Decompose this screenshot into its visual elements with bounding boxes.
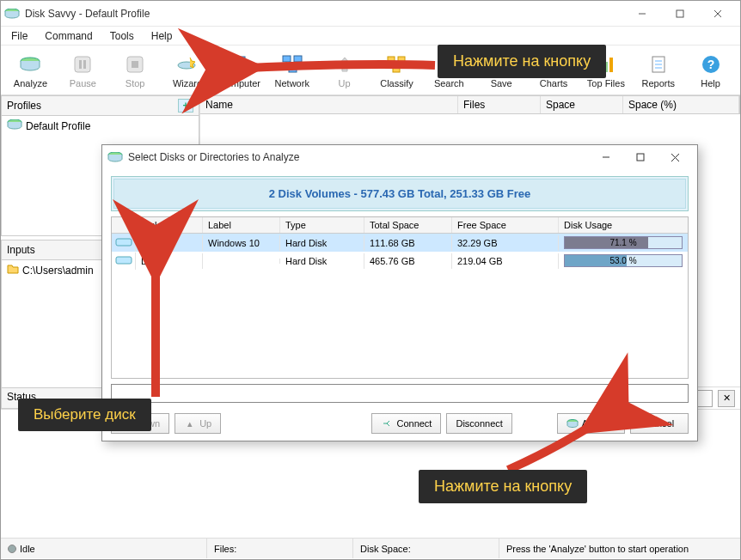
callout-top: Нажмите на кнопку [438,45,606,78]
app-icon [4,6,20,21]
svg-rect-7 [79,60,82,69]
col-name[interactable]: Name [200,96,458,113]
svg-text:?: ? [707,58,714,71]
disk-row[interactable]: D:\ Hard Disk 465.76 GB 219.04 GB 53.0 % [112,252,688,270]
path-input[interactable] [111,384,689,403]
status-dot-icon [8,545,16,553]
col-disk[interactable]: Disk [136,217,203,233]
profiles-header: Profiles + [1,95,199,116]
svg-rect-16 [294,56,302,62]
analyze-icon [18,52,42,76]
menubar: File Command Tools Help [1,27,740,46]
toolbar: Analyze Pause Stop Wizard Computer Netwo… [1,46,740,95]
up-button[interactable]: Up [318,47,370,93]
footer-idle: Idle [20,544,35,554]
col-freespace[interactable]: Free Space [452,217,559,233]
disk-row[interactable]: C:\ Windows 10 Hard Disk 111.68 GB 32.29… [112,234,688,252]
col-space[interactable]: Space [541,96,623,113]
menu-command[interactable]: Command [38,28,99,44]
dialog-maximize-button[interactable] [623,147,658,167]
callout-left: Выберите диск [18,399,151,431]
help-icon: ? [699,52,723,76]
svg-rect-19 [398,57,405,64]
dialog-close-button[interactable] [658,147,692,167]
dialog-body: 2 Disk Volumes - 577.43 GB Total, 251.33… [102,169,697,406]
menu-help[interactable]: Help [144,28,180,44]
footer-diskspace: Disk Space: [353,539,499,558]
connect-button[interactable]: Connect [371,413,441,434]
col-label[interactable]: Label [203,217,280,233]
menu-file[interactable]: File [4,28,34,44]
connect-icon [381,417,393,429]
pause-icon [70,52,95,76]
col-spacepct[interactable]: Space (%) [623,96,739,113]
reports-icon [646,52,671,76]
drive-icon [112,253,136,270]
list-header: Name Files Space Space (%) [200,95,740,114]
dialog-title: Select Disks or Directories to Analyze [128,151,589,163]
maximize-button[interactable] [661,2,699,26]
col-type[interactable]: Type [280,217,364,233]
help-button[interactable]: ?Help [684,47,737,93]
stop-button[interactable]: Stop [109,47,162,93]
svg-rect-20 [393,65,400,72]
stop-icon [123,52,147,76]
dialog-titlebar: Select Disks or Directories to Analyze [102,145,697,169]
classify-button[interactable]: Classify [370,47,423,93]
analyze-button[interactable]: Analyze [4,47,57,93]
col-files[interactable]: Files [458,96,541,113]
computer-button[interactable]: Computer [213,47,266,93]
dialog-minimize-button[interactable] [589,147,623,167]
profile-icon [7,119,22,132]
classify-icon [384,52,408,76]
col-totalspace[interactable]: Total Space [364,217,452,233]
select-disks-dialog: Select Disks or Directories to Analyze 2… [101,144,698,441]
up-arrow-icon [333,52,357,76]
add-profile-button[interactable]: + [178,99,193,113]
move-up-button[interactable]: ▴Up [175,413,221,434]
col-usage[interactable]: Disk Usage [559,217,688,233]
svg-rect-39 [637,154,644,161]
profile-item[interactable]: Default Profile [3,118,197,134]
footer-files: Files: [207,539,353,558]
svg-rect-42 [116,239,132,246]
window-title: Disk Savvy - Default Profile [25,8,623,20]
svg-rect-17 [289,66,297,72]
svg-rect-15 [283,56,291,62]
menu-tools[interactable]: Tools [103,28,141,44]
reports-button[interactable]: Reports [632,47,684,93]
svg-rect-8 [83,60,86,69]
disconnect-button[interactable]: Disconnect [446,413,511,434]
wizard-button[interactable]: Wizard [162,47,214,93]
up-arrow-icon: ▴ [184,417,196,429]
close-button[interactable] [699,2,737,26]
titlebar: Disk Savvy - Default Profile [1,1,740,27]
footer-hint: Press the 'Analyze' button to start oper… [499,539,740,558]
disk-grid-header: Disk Label Type Total Space Free Space D… [112,217,688,234]
svg-rect-29 [609,58,613,72]
footer: Idle Files: Disk Space: Press the 'Analy… [1,539,740,558]
svg-rect-13 [235,69,242,71]
main-window: Disk Savvy - Default Profile File Comman… [0,0,741,560]
svg-rect-10 [132,61,138,68]
svg-rect-12 [231,57,245,67]
summary-box: 2 Disk Volumes - 577.43 GB Total, 251.33… [111,176,689,211]
usage-bar: 71.1 % [564,236,683,249]
network-icon [280,52,304,76]
pause-button[interactable]: Pause [57,47,109,93]
svg-rect-2 [677,10,683,17]
dialog-analyze-button[interactable]: Analyze [557,413,625,434]
status-close-button[interactable]: ✕ [718,390,735,407]
dialog-cancel-button[interactable]: Cancel [630,413,689,434]
analyze-icon [566,417,579,429]
network-button[interactable]: Network [266,47,318,93]
svg-rect-43 [116,257,132,264]
minimize-button[interactable] [623,2,661,26]
svg-rect-14 [233,67,243,69]
folder-icon [7,264,19,277]
disk-grid: Disk Label Type Total Space Free Space D… [111,216,689,379]
svg-rect-6 [75,57,90,72]
usage-bar: 53.0 % [564,254,683,267]
svg-rect-18 [388,57,395,64]
wizard-icon [175,52,199,76]
